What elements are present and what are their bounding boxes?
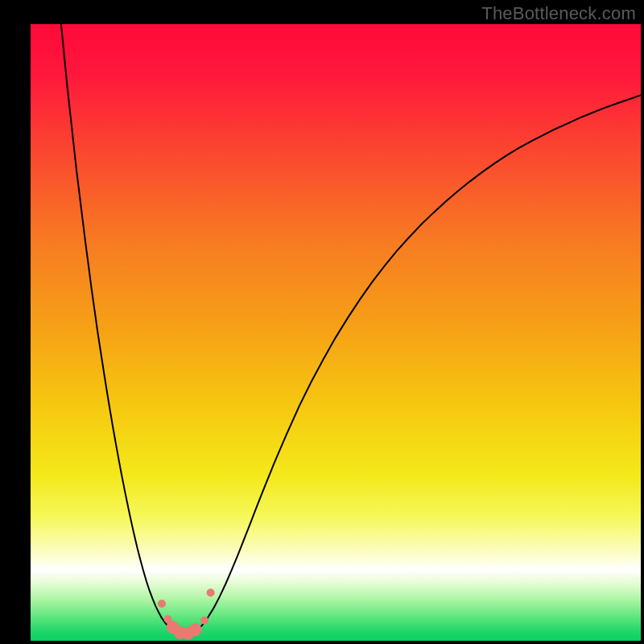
valley-marker xyxy=(158,600,166,608)
valley-marker xyxy=(207,588,215,597)
chart-frame: TheBottleneck.com xyxy=(0,0,644,644)
plot-area xyxy=(31,24,641,641)
valley-marker xyxy=(200,617,208,625)
valley-marker xyxy=(189,623,202,636)
bottleneck-chart xyxy=(31,24,641,641)
gradient-background xyxy=(31,24,641,641)
watermark-text: TheBottleneck.com xyxy=(481,3,636,24)
